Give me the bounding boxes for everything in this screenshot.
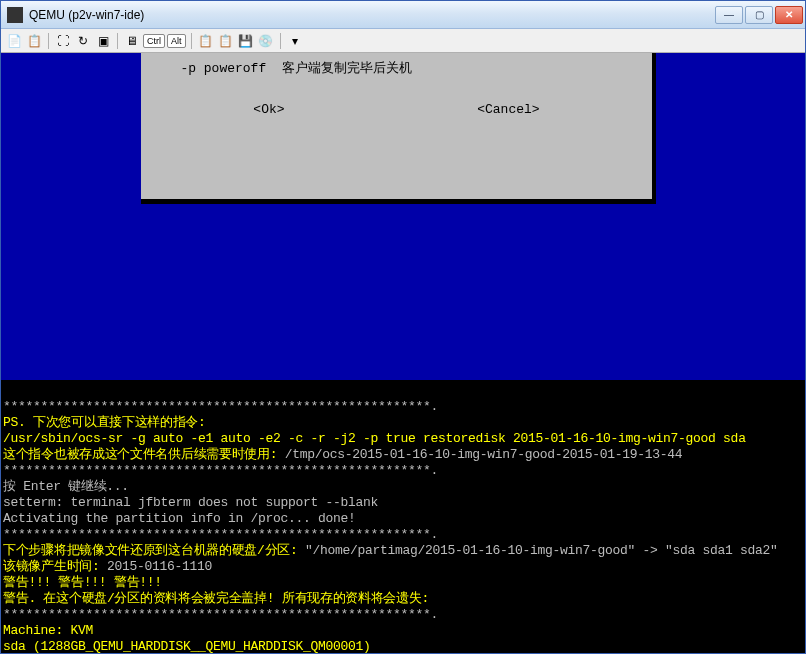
term-line: 这个指令也被存成这个文件名供后续需要时使用:: [3, 447, 285, 462]
dropdown-icon[interactable]: ▾: [286, 32, 304, 50]
ok-button[interactable]: <Ok>: [253, 102, 284, 118]
term-line: setterm: terminal jfbterm does not suppo…: [3, 495, 378, 510]
term-line: 警告!!! 警告!!! 警告!!!: [3, 575, 162, 590]
term-line: ****************************************…: [3, 607, 438, 622]
terminal-output: ****************************************…: [3, 383, 803, 653]
close-button[interactable]: ✕: [775, 6, 803, 24]
term-line: Machine: KVM: [3, 623, 93, 638]
dialog-box: -p poweroff 客户端复制完毕后关机 <Ok> <Cancel>: [141, 53, 656, 204]
alt-key[interactable]: Alt: [167, 34, 186, 48]
term-line: PS. 下次您可以直接下这样的指令:: [3, 415, 206, 430]
save-icon[interactable]: 💾: [237, 32, 255, 50]
refresh-icon[interactable]: ↻: [74, 32, 92, 50]
separator: [117, 33, 118, 49]
toolbar: 📄 📋 ⛶ ↻ ▣ 🖥 Ctrl Alt 📋 📋 💾 💿 ▾: [1, 29, 805, 53]
separator: [48, 33, 49, 49]
window-title: QEMU (p2v-win7-ide): [29, 8, 715, 22]
cancel-button[interactable]: <Cancel>: [477, 102, 539, 118]
term-line: 2015-0116-1110: [107, 559, 212, 574]
doc-icon[interactable]: 📋: [25, 32, 43, 50]
term-line: Activating the partition info in /proc..…: [3, 511, 356, 526]
fullscreen-icon[interactable]: ⛶: [54, 32, 72, 50]
ctrl-key[interactable]: Ctrl: [143, 34, 165, 48]
term-line: ****************************************…: [3, 463, 438, 478]
console-viewport[interactable]: -p poweroff 客户端复制完毕后关机 <Ok> <Cancel> ***…: [1, 53, 805, 653]
paste-icon[interactable]: 📋: [217, 32, 235, 50]
term-line: sda (1288GB_QEMU_HARDDISK__QEMU_HARDDISK…: [3, 639, 371, 653]
window-buttons: — ▢ ✕: [715, 6, 803, 24]
disk-icon[interactable]: 💿: [257, 32, 275, 50]
separator: [280, 33, 281, 49]
monitor-icon[interactable]: 🖥: [123, 32, 141, 50]
minimize-button[interactable]: —: [715, 6, 743, 24]
term-line: 下个步骤将把镜像文件还原到这台机器的硬盘/分区:: [3, 543, 305, 558]
term-line: 警告. 在这个硬盘/分区的资料将会被完全盖掉! 所有现存的资料将会遗失:: [3, 591, 429, 606]
term-line: 按 Enter 键继续...: [3, 479, 129, 494]
copy-icon[interactable]: 📋: [197, 32, 215, 50]
term-line: 该镜像产生时间:: [3, 559, 107, 574]
term-line: ****************************************…: [3, 527, 438, 542]
maximize-button[interactable]: ▢: [745, 6, 773, 24]
app-window: QEMU (p2v-win7-ide) — ▢ ✕ 📄 📋 ⛶ ↻ ▣ 🖥 Ct…: [0, 0, 806, 654]
term-line: /tmp/ocs-2015-01-16-10-img-win7-good-201…: [285, 447, 683, 462]
app-icon: [7, 7, 23, 23]
fit-icon[interactable]: ▣: [94, 32, 112, 50]
term-line: /usr/sbin/ocs-sr -g auto -e1 auto -e2 -c…: [3, 431, 746, 446]
dialog-text: -p poweroff 客户端复制完毕后关机: [157, 61, 636, 77]
new-icon[interactable]: 📄: [5, 32, 23, 50]
term-line: "/home/partimag/2015-01-16-10-img-win7-g…: [305, 543, 778, 558]
separator: [191, 33, 192, 49]
titlebar[interactable]: QEMU (p2v-win7-ide) — ▢ ✕: [1, 1, 805, 29]
term-line: ****************************************…: [3, 399, 438, 414]
dialog-buttons: <Ok> <Cancel>: [157, 102, 636, 118]
